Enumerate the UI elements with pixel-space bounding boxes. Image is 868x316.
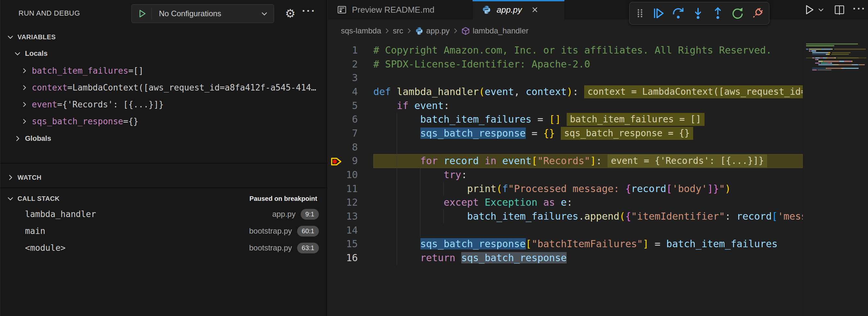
stack-frame-row[interactable]: mainbootstrap.py60:1 (0, 223, 327, 240)
line-number[interactable]: 1 (328, 43, 358, 57)
code-token: # SPDX-License-Identifier: Apache-2.0 (373, 58, 590, 70)
breadcrumb-item-sqs-lambda[interactable]: sqs-lambda (341, 26, 381, 35)
minimap-token (815, 50, 816, 51)
code-line-content[interactable]: sqs_batch_response["batchItemFailures"] … (373, 237, 803, 251)
code-line-content[interactable]: for record in event["Records"]:event = {… (373, 154, 803, 168)
minimap-token (817, 69, 831, 70)
scope-globals[interactable]: Globals (0, 130, 327, 147)
equals: = (67, 83, 73, 92)
restart-icon[interactable] (731, 7, 744, 20)
chevron-down-icon (6, 194, 14, 203)
minimap-token (818, 61, 822, 62)
code-line-content[interactable]: batch_item_failures.append({"itemIdentif… (373, 210, 803, 224)
variables-tree: Localsbatch_item_failures = []context = … (0, 45, 327, 147)
code-line-content[interactable]: # Copyright Amazon.com, Inc. or its affi… (373, 43, 803, 57)
minimap-token (828, 57, 834, 58)
line-number[interactable]: 5 (328, 99, 358, 113)
tab-app-py[interactable]: app.py (473, 0, 565, 20)
code-token (408, 100, 414, 111)
line-number[interactable]: 14 (328, 224, 358, 238)
editor-more-actions-icon[interactable]: ··· (853, 3, 866, 14)
call-stack-section-header[interactable]: CALL STACK Paused on breakpoint (0, 191, 326, 206)
close-icon[interactable] (530, 5, 539, 14)
minimap-token (812, 69, 817, 70)
code-line-content[interactable]: print(f"Processed message: {record['body… (373, 182, 803, 196)
frame-file: bootstrap.py (249, 243, 292, 252)
breadcrumb-item-app-py[interactable]: app.py (426, 26, 450, 35)
line-number[interactable]: 2 (328, 57, 358, 71)
line-number[interactable]: 8 (328, 140, 358, 154)
code-line-content[interactable]: except Exception as e: (373, 196, 803, 210)
minimap-token (806, 54, 812, 55)
line-number[interactable]: 16 (328, 251, 358, 265)
variable-row[interactable]: event = {'Records': [{...}]} (0, 96, 327, 113)
sidebar-more-actions-icon[interactable]: ··· (302, 4, 316, 17)
minimap[interactable] (803, 42, 868, 316)
code-token: "batchItemFailures" (532, 238, 643, 250)
stack-frame-row[interactable]: <module>bootstrap.py63:1 (0, 240, 327, 256)
line-number[interactable]: 12 (328, 196, 358, 210)
debug-config-dropdown[interactable]: No Configurations (131, 4, 274, 23)
code-line-content[interactable]: if event: (373, 99, 803, 113)
tab-preview-readme-md[interactable]: Preview README.md (328, 0, 473, 20)
code-line-8: 8 (328, 140, 803, 154)
code-token: record (444, 155, 479, 166)
start-debug-icon[interactable] (137, 9, 147, 19)
disconnect-icon[interactable] (751, 7, 764, 20)
crumb-sep-icon (452, 27, 459, 35)
line-number[interactable]: 4 (328, 85, 358, 99)
run-python-file-icon[interactable] (803, 4, 815, 15)
minimap-token (823, 57, 827, 58)
variable-value: LambdaContext([aws_request_id=a8fa412f-a… (72, 83, 316, 92)
step-over-icon[interactable] (672, 7, 685, 20)
code-line-7: 7 sqs_batch_response = {}sqs_batch_respo… (328, 127, 803, 140)
variable-name: context (32, 83, 67, 92)
line-number[interactable]: 10 (328, 168, 358, 182)
minimap-token (812, 52, 827, 53)
variable-row[interactable]: sqs_batch_response = {} (0, 113, 327, 130)
line-number[interactable]: 11 (328, 182, 358, 196)
line-number[interactable]: 13 (328, 210, 358, 224)
code-line-content[interactable] (373, 224, 803, 238)
code-line-content[interactable]: try: (373, 168, 803, 182)
code-line-content[interactable]: sqs_batch_response = {}sqs_batch_respons… (373, 127, 803, 140)
breadcrumb-item-src[interactable]: src (393, 26, 403, 35)
line-number[interactable]: 9 (328, 154, 358, 168)
continue-icon[interactable] (652, 7, 665, 20)
minimap-token (852, 61, 852, 62)
minimap-line (806, 45, 866, 46)
code-line-content[interactable]: def lambda_handler(event, context):conte… (373, 85, 803, 99)
line-number[interactable]: 6 (328, 113, 358, 127)
minimap-token (812, 57, 814, 58)
line-number[interactable]: 7 (328, 127, 358, 140)
code-line-content[interactable]: return sqs_batch_response (373, 251, 803, 265)
indent-guide (420, 196, 421, 210)
code-token: { (625, 211, 631, 222)
code-line-content[interactable] (373, 140, 803, 154)
variables-section-header[interactable]: VARIABLES (0, 29, 326, 45)
code-token: ] (590, 155, 596, 166)
code-token: [ (526, 238, 532, 250)
step-out-icon[interactable] (711, 7, 724, 20)
code-editor[interactable]: 1# Copyright Amazon.com, Inc. or its aff… (328, 42, 803, 316)
drag-handle-icon[interactable] (635, 7, 645, 20)
split-editor-icon[interactable] (834, 4, 845, 15)
line-number[interactable]: 3 (328, 71, 358, 85)
variable-row[interactable]: batch_item_failures = [] (0, 62, 327, 79)
chevron-down-icon[interactable] (817, 6, 825, 13)
minimap-line (806, 47, 866, 48)
scope-label: Locals (25, 49, 48, 58)
watch-section-header[interactable]: WATCH (0, 169, 326, 186)
gear-icon[interactable]: ⚙ (283, 6, 298, 21)
code-line-content[interactable] (373, 71, 803, 85)
variable-name: event (32, 100, 57, 109)
stack-frame-row[interactable]: lambda_handlerapp.py9:1 (0, 206, 327, 223)
line-number[interactable]: 15 (328, 237, 358, 251)
code-line-content[interactable]: batch_item_failures = []batch_item_failu… (373, 113, 803, 127)
breadcrumb-item-lambda-handler[interactable]: lambda_handler (473, 26, 528, 35)
scope-locals[interactable]: Locals (0, 45, 327, 62)
variable-row[interactable]: context = LambdaContext([aws_request_id=… (0, 79, 327, 96)
minimap-line (806, 52, 866, 53)
code-line-content[interactable]: # SPDX-License-Identifier: Apache-2.0 (373, 57, 803, 71)
step-into-icon[interactable] (691, 7, 705, 20)
